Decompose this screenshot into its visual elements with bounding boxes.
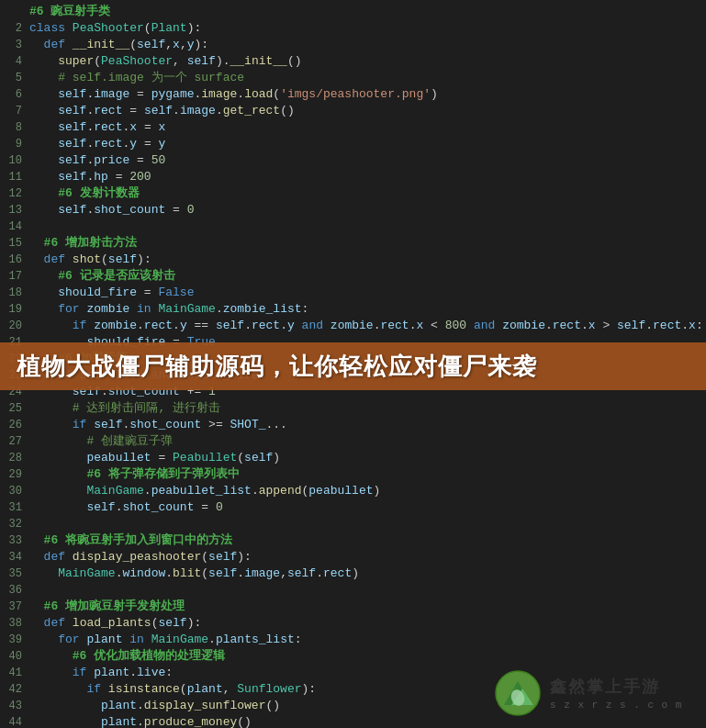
line-content: # 创建豌豆子弹 [29, 433, 702, 450]
line-content: #6 发射计数器 [29, 185, 702, 202]
table-row: 6 self.image = pygame.image.load('imgs/p… [0, 86, 706, 103]
line-content: # 达到射击间隔, 进行射击 [29, 400, 702, 417]
line-number: 10 [4, 152, 29, 169]
line-number: 15 [4, 235, 29, 252]
line-number: 13 [4, 202, 29, 218]
table-row: 19 for zombie in MainGame.zombie_list: [0, 301, 706, 318]
table-row: 14 [0, 218, 706, 235]
line-number: 37 [4, 599, 29, 615]
table-row: 35 MainGame.window.blit(self.image,self.… [0, 566, 706, 582]
table-row: 3 def __init__(self,x,y): [0, 37, 706, 53]
line-content: self.rect.y = y [29, 136, 702, 152]
table-row: #6 豌豆射手类 [0, 4, 706, 20]
line-number: 30 [4, 483, 29, 499]
line-content: self.rect.x = x [29, 119, 702, 136]
line-number: 6 [4, 86, 29, 103]
line-content: #6 豌豆射手类 [29, 4, 702, 20]
line-number: 9 [4, 136, 29, 152]
line-number: 7 [4, 103, 29, 119]
line-content: should_fire = False [29, 285, 702, 301]
line-content: self.rect = self.image.get_rect() [29, 103, 702, 119]
table-row: 34 def display_peashooter(self): [0, 549, 706, 566]
table-row: 37 #6 增加豌豆射手发射处理 [0, 599, 706, 615]
table-row: 17 #6 记录是否应该射击 [0, 268, 706, 285]
table-row: 32 [0, 516, 706, 532]
line-number: 8 [4, 119, 29, 136]
line-content: class PeaShooter(Plant): [29, 20, 702, 37]
line-content: self.price = 50 [29, 152, 702, 169]
line-content: def shot(self): [29, 252, 702, 268]
line-content: def __init__(self,x,y): [29, 37, 702, 53]
table-row: 25 # 达到射击间隔, 进行射击 [0, 400, 706, 417]
table-row: 38 def load_plants(self): [0, 615, 706, 632]
line-number: 41 [4, 665, 29, 681]
line-number: 35 [4, 566, 29, 582]
table-row: 7 self.rect = self.image.get_rect() [0, 103, 706, 119]
line-number: 17 [4, 268, 29, 285]
line-number: 19 [4, 301, 29, 318]
line-number: 4 [4, 53, 29, 70]
line-content: #6 记录是否应该射击 [29, 268, 702, 285]
logo-area: 鑫然掌上手游 s z x r z s . c o m [495, 666, 697, 721]
line-number: 18 [4, 285, 29, 301]
table-row: 30 MainGame.peabullet_list.append(peabul… [0, 483, 706, 499]
banner-text: 植物大战僵尸辅助源码，让你轻松应对僵尸来袭 [17, 351, 537, 383]
line-content: if zombie.rect.y == self.rect.y and zomb… [29, 318, 703, 334]
line-number: 11 [4, 169, 29, 185]
line-number: 16 [4, 252, 29, 268]
table-row: 2class PeaShooter(Plant): [0, 20, 706, 37]
line-number: 29 [4, 466, 29, 483]
logo-text-block: 鑫然掌上手游 s z x r z s . c o m [550, 676, 682, 711]
line-number: 39 [4, 632, 29, 648]
line-number: 14 [4, 218, 29, 235]
table-row: 8 self.rect.x = x [0, 119, 706, 136]
line-content: for plant in MainGame.plants_list: [29, 632, 702, 648]
logo-cn-text: 鑫然掌上手游 [550, 676, 660, 698]
line-number: 20 [4, 318, 29, 334]
line-number: 3 [4, 37, 29, 53]
line-number: 27 [4, 433, 29, 450]
line-number: 38 [4, 615, 29, 632]
line-content: self.hp = 200 [29, 169, 702, 185]
line-content: peabullet = Peabullet(self) [29, 450, 702, 466]
table-row: 5 # self.image 为一个 surface [0, 70, 706, 86]
line-number: 44 [4, 714, 29, 728]
table-row: 26 if self.shot_count >= SHOT_... [0, 417, 706, 433]
line-content: MainGame.window.blit(self.image,self.rec… [29, 566, 702, 582]
line-number: 32 [4, 516, 29, 532]
table-row: 27 # 创建豌豆子弹 [0, 433, 706, 450]
table-row: 9 self.rect.y = y [0, 136, 706, 152]
line-content: #6 将子弹存储到子弹列表中 [29, 466, 702, 483]
table-row: 39 for plant in MainGame.plants_list: [0, 632, 706, 648]
table-row: 12 #6 发射计数器 [0, 185, 706, 202]
line-content: def display_peashooter(self): [29, 549, 702, 566]
line-content: self.image = pygame.image.load('imgs/pea… [29, 86, 702, 103]
line-content: MainGame.peabullet_list.append(peabullet… [29, 483, 702, 499]
line-number: 33 [4, 532, 29, 549]
line-number: 31 [4, 499, 29, 516]
line-number: 40 [4, 648, 29, 665]
line-number: 28 [4, 450, 29, 466]
logo-en-text: s z x r z s . c o m [550, 700, 682, 711]
table-row: 20 if zombie.rect.y == self.rect.y and z… [0, 318, 706, 334]
line-content: super(PeaShooter, self).__init__() [29, 53, 702, 70]
line-number: 25 [4, 400, 29, 417]
line-content: #6 增加射击方法 [29, 235, 702, 252]
line-number: 43 [4, 698, 29, 714]
line-number: 42 [4, 681, 29, 698]
table-row: 28 peabullet = Peabullet(self) [0, 450, 706, 466]
table-row: 16 def shot(self): [0, 252, 706, 268]
table-row: 15 #6 增加射击方法 [0, 235, 706, 252]
line-number: 34 [4, 549, 29, 566]
table-row: 36 [0, 582, 706, 599]
line-content: #6 优化加载植物的处理逻辑 [29, 648, 702, 665]
line-number: 36 [4, 582, 29, 599]
line-number: 26 [4, 417, 29, 433]
table-row: 33 #6 将豌豆射手加入到窗口中的方法 [0, 532, 706, 549]
line-content: if self.shot_count >= SHOT_... [29, 417, 702, 433]
table-row: 31 self.shot_count = 0 [0, 499, 706, 516]
line-content: #6 增加豌豆射手发射处理 [29, 599, 702, 615]
table-row: 13 self.shot_count = 0 [0, 202, 706, 218]
line-number: 2 [4, 20, 29, 37]
logo-icon [495, 670, 541, 716]
